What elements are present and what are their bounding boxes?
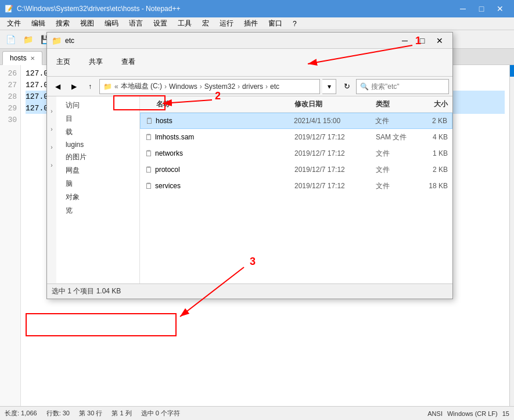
menu-bar: 文件 编辑 搜索 视图 编码 语言 设置 工具 宏 运行 插件 窗口 ? (0, 17, 514, 30)
sidebar-item-pictures[interactable]: 的图片 (56, 150, 139, 164)
sidebar-item-visit[interactable]: 访问 (56, 99, 139, 112)
file-icon-services: 🗒 (145, 181, 153, 191)
line-num-29: 29 (0, 102, 20, 114)
menu-file[interactable]: 文件 (2, 17, 26, 30)
column-type[interactable]: 类型 (371, 99, 418, 109)
explorer-status-bar: 选中 1 个项目 1.04 KB (47, 283, 452, 299)
sidebar-item-computer[interactable]: 脑 (56, 177, 139, 191)
services-size: 18 KB (418, 182, 452, 190)
line-num-28: 28 (0, 91, 20, 102)
sidebar-item-2[interactable]: 目 (56, 112, 139, 125)
services-name: services (155, 182, 181, 190)
menu-encoding[interactable]: 编码 (100, 17, 123, 30)
file-row-networks[interactable]: 🗒 networks 2019/12/7 17:12 文件 1 KB (140, 145, 452, 161)
open-button[interactable]: 📁 (20, 32, 36, 47)
status-left: 长度: 1,066 行数: 30 第 30 行 第 1 列 选中 0 个字符 (5, 409, 180, 418)
explorer-minimize[interactable]: ─ (397, 35, 413, 46)
minimize-button[interactable]: ─ (454, 0, 472, 17)
networks-date: 2019/12/7 17:12 (290, 149, 371, 157)
maximize-button[interactable]: □ (472, 0, 491, 17)
folder-icon: 📁 (52, 36, 62, 45)
file-row-lmhosts[interactable]: 🗒 lmhosts.sam 2019/12/7 17:12 SAM 文件 4 K… (140, 129, 452, 145)
menu-edit[interactable]: 编辑 (27, 17, 50, 30)
path-etc[interactable]: etc (270, 82, 279, 91)
menu-help[interactable]: ? (288, 19, 301, 29)
lmhosts-type: SAM 文件 (371, 132, 418, 142)
menu-view[interactable]: 视图 (76, 17, 99, 30)
status-bar: 长度: 1,066 行数: 30 第 30 行 第 1 列 选中 0 个字符 A… (0, 406, 514, 420)
menu-search[interactable]: 搜索 (51, 17, 74, 30)
sidebar-item-object[interactable]: 对象 (56, 191, 139, 204)
scrollbar-thumb (510, 65, 514, 77)
status-right: ANSI Windows (CR LF) 15 (427, 410, 509, 417)
path-dropdown[interactable]: ▾ (322, 79, 336, 94)
tab-hosts[interactable]: hosts ✕ (2, 51, 42, 65)
explorer-title-bar: 📁 etc ─ □ ✕ (47, 33, 452, 49)
menu-plugins[interactable]: 插件 (239, 17, 263, 30)
sidebar-item-download[interactable]: 载 (56, 125, 139, 139)
tab-label: hosts (10, 54, 27, 62)
up-button[interactable]: ↑ (83, 80, 97, 94)
address-bar: ◀ ▶ ↑ 📁 « 本地磁盘 (C:) › Windows › System32… (47, 77, 452, 96)
menu-run[interactable]: 运行 (215, 17, 238, 30)
column-size[interactable]: 大小 (418, 99, 452, 109)
column-date[interactable]: 修改日期 (290, 99, 371, 109)
path-drivers[interactable]: drivers (242, 82, 263, 91)
status-ln: 第 30 行 (79, 409, 102, 418)
forward-button[interactable]: ▶ (67, 80, 81, 94)
protocol-size: 2 KB (418, 166, 452, 174)
address-path[interactable]: 📁 « 本地磁盘 (C:) › Windows › System32 › dri… (99, 79, 320, 94)
menu-window[interactable]: 窗口 (264, 17, 287, 30)
path-local-disk[interactable]: 本地磁盘 (C:) (121, 81, 162, 91)
status-encoding: ANSI (427, 410, 443, 417)
file-icon-hosts: 🗒 (145, 116, 153, 125)
search-input[interactable] (371, 82, 445, 91)
arrow-1: › (51, 108, 52, 114)
protocol-date: 2019/12/7 17:12 (290, 166, 371, 174)
ribbon-tab-home[interactable]: 主页 (52, 55, 75, 70)
sidebar: 访问 目 载 lugins 的图片 网盘 脑 对象 览 (56, 96, 139, 283)
sidebar-item-browse[interactable]: 览 (56, 204, 139, 217)
file-icon-protocol: 🗒 (145, 165, 153, 174)
sidebar-container: › › › › 访问 目 载 lugins 的图片 网盘 脑 对象 览 (47, 96, 140, 283)
file-name-hosts: 🗒 hosts (141, 116, 289, 125)
file-row-services[interactable]: 🗒 services 2019/12/7 17:12 文件 18 KB (140, 178, 452, 194)
vertical-scrollbar[interactable] (509, 65, 514, 406)
file-name-lmhosts: 🗒 lmhosts.sam (140, 132, 290, 142)
hosts-date: 2021/4/1 15:00 (289, 117, 371, 125)
close-button[interactable]: ✕ (491, 0, 509, 17)
path-windows[interactable]: Windows (169, 82, 197, 91)
menu-settings[interactable]: 设置 (149, 17, 172, 30)
line-num-27: 27 (0, 79, 20, 91)
explorer-content: › › › › 访问 目 载 lugins 的图片 网盘 脑 对象 览 名称 (47, 96, 452, 283)
column-name[interactable]: 名称 (140, 99, 290, 109)
file-row-protocol[interactable]: 🗒 protocol 2019/12/7 17:12 文件 2 KB (140, 161, 452, 178)
ribbon-tab-share[interactable]: 共享 (84, 55, 107, 70)
tab-close-button[interactable]: ✕ (30, 55, 35, 62)
lmhosts-date: 2019/12/7 17:12 (290, 133, 371, 141)
menu-language[interactable]: 语言 (124, 17, 148, 30)
status-length: 长度: 1,066 (5, 409, 37, 418)
window-title: C:\Windows\System32\drivers\etc\hosts - … (17, 5, 180, 13)
explorer-close[interactable]: ✕ (432, 35, 448, 46)
status-lines: 行数: 30 (46, 409, 70, 418)
explorer-maximize[interactable]: □ (414, 35, 430, 46)
refresh-button[interactable]: ↻ (340, 80, 354, 94)
protocol-type: 文件 (371, 165, 418, 175)
line-numbers: 26 27 28 29 30 (0, 65, 21, 406)
new-button[interactable]: 📄 (2, 32, 19, 47)
back-button[interactable]: ◀ (51, 80, 64, 94)
ribbon-tab-view[interactable]: 查看 (117, 55, 140, 70)
sidebar-item-netdisk[interactable]: 网盘 (56, 164, 139, 177)
explorer-window-controls: ─ □ ✕ (397, 35, 448, 46)
status-sel: 选中 0 个字符 (141, 409, 180, 418)
explorer-title-text: etc (65, 37, 74, 45)
file-row-hosts[interactable]: 🗒 hosts 2021/4/1 15:00 文件 2 KB (140, 113, 452, 129)
menu-macro[interactable]: 宏 (197, 17, 214, 30)
explorer-title-left: 📁 etc (52, 36, 74, 45)
path-system32[interactable]: System32 (204, 82, 235, 91)
status-line-ending: Windows (CR LF) (447, 410, 498, 417)
menu-tools[interactable]: 工具 (173, 17, 196, 30)
line-num-30: 30 (0, 114, 20, 125)
sidebar-item-plugins[interactable]: lugins (56, 139, 139, 150)
